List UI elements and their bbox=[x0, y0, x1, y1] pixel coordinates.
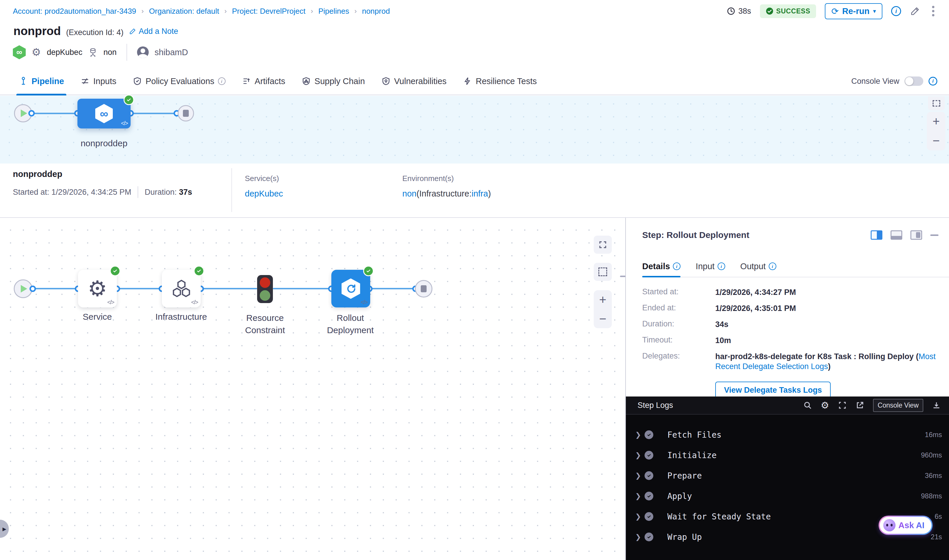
breadcrumb-organization[interactable]: Organization: default bbox=[149, 7, 219, 16]
step-node-label[interactable]: Rollout Deployment bbox=[312, 312, 388, 336]
step-node-label[interactable]: Service bbox=[59, 312, 135, 322]
log-row-apply[interactable]: ❯ Apply 988ms bbox=[626, 486, 949, 506]
more-options-icon[interactable] bbox=[929, 5, 937, 17]
minimize-panel-icon[interactable] bbox=[930, 234, 938, 236]
console-view-button[interactable]: Console View bbox=[873, 399, 923, 412]
zoom-out-button[interactable]: − bbox=[599, 313, 606, 325]
expand-chevron-icon[interactable]: ❯ bbox=[632, 492, 645, 500]
play-icon bbox=[21, 109, 27, 117]
left-panel-expander[interactable]: ▸ bbox=[0, 520, 9, 538]
tab-label: Vulnerabilities bbox=[394, 77, 446, 86]
zoom-in-button[interactable]: + bbox=[599, 294, 606, 306]
marquee-select-button[interactable] bbox=[594, 263, 612, 281]
marquee-icon bbox=[599, 268, 607, 276]
zoom-in-button[interactable]: + bbox=[933, 115, 940, 128]
inputs-icon bbox=[80, 77, 90, 86]
log-step-duration: 960ms bbox=[921, 451, 942, 459]
environment-name[interactable]: non bbox=[103, 48, 117, 57]
log-row-fetch-files[interactable]: ❯ Fetch Files 16ms bbox=[626, 425, 949, 445]
rerun-label: Re-run bbox=[843, 6, 870, 16]
details-info-icon[interactable]: i bbox=[673, 263, 681, 270]
tab-policy-evaluations[interactable]: Policy Evaluations i bbox=[133, 68, 225, 95]
download-icon[interactable] bbox=[932, 401, 941, 410]
stage-marquee-select-button[interactable] bbox=[928, 96, 945, 110]
tab-label: Input bbox=[696, 262, 714, 271]
log-step-duration: 36ms bbox=[925, 472, 942, 480]
code-icon: </> bbox=[107, 299, 114, 306]
step-success-badge bbox=[363, 266, 374, 276]
expand-chevron-icon[interactable]: ❯ bbox=[632, 533, 645, 541]
stage-summary-strip: nonproddep Started at: 1/29/2026, 4:34:2… bbox=[0, 163, 949, 218]
step-details-body: Started at: 1/29/2026, 4:34:27 PM Ended … bbox=[642, 287, 937, 399]
tab-details[interactable]: Details i bbox=[642, 256, 681, 277]
breadcrumb-account[interactable]: Account: prod2automation_har-3439 bbox=[13, 7, 136, 16]
tab-input[interactable]: Input i bbox=[696, 256, 725, 277]
service-link[interactable]: depKubec bbox=[245, 189, 283, 198]
tab-label: Inputs bbox=[93, 77, 116, 86]
console-view-info-icon[interactable]: i bbox=[929, 77, 937, 86]
fit-to-screen-button[interactable] bbox=[594, 235, 612, 254]
expand-chevron-icon[interactable]: ❯ bbox=[632, 431, 645, 439]
layout-bottom-icon[interactable] bbox=[890, 230, 902, 240]
breadcrumb-pipelines[interactable]: Pipelines bbox=[318, 7, 349, 16]
fullscreen-icon[interactable] bbox=[838, 401, 847, 410]
step-node-service[interactable]: ⚙ </> bbox=[78, 270, 117, 308]
edit-pencil-icon[interactable] bbox=[910, 6, 920, 16]
step-node-label[interactable]: Resource Constraint bbox=[227, 312, 303, 336]
output-info-icon[interactable]: i bbox=[769, 263, 776, 270]
services-label: Service(s) bbox=[245, 174, 283, 183]
ask-ai-button[interactable]: Ask AI bbox=[879, 515, 933, 535]
environment-link[interactable]: non bbox=[402, 189, 417, 198]
tab-label: Artifacts bbox=[255, 77, 285, 86]
breadcrumb-pipeline-name[interactable]: nonprod bbox=[362, 7, 390, 16]
log-step-duration: 21s bbox=[930, 533, 942, 541]
execution-id: (Execution Id: 4) bbox=[66, 28, 123, 37]
log-row-initialize[interactable]: ❯ Initialize 960ms bbox=[626, 445, 949, 465]
tab-resilience-tests[interactable]: Resilience Tests bbox=[463, 68, 537, 95]
step-success-icon bbox=[645, 451, 653, 460]
stage-end-node[interactable] bbox=[177, 105, 194, 122]
step-node-label[interactable]: Infrastructure bbox=[143, 312, 219, 322]
console-view-toggle[interactable] bbox=[904, 77, 923, 86]
step-node-infrastructure[interactable]: </> bbox=[162, 270, 201, 308]
step-node-rollout-deployment[interactable]: </> bbox=[331, 270, 370, 308]
infra-link[interactable]: infra bbox=[472, 189, 488, 198]
layout-floating-icon[interactable] bbox=[910, 230, 922, 240]
policy-info-icon[interactable]: i bbox=[218, 77, 225, 85]
tab-label: Details bbox=[642, 262, 670, 271]
tab-artifacts[interactable]: Artifacts bbox=[242, 68, 285, 95]
rollout-icon bbox=[341, 278, 360, 299]
expand-chevron-icon[interactable]: ❯ bbox=[632, 512, 645, 521]
stage-node-nonproddep[interactable]: ∞ </> bbox=[77, 99, 131, 128]
edge-connector bbox=[29, 286, 36, 292]
step-node-resource-constraint[interactable] bbox=[257, 275, 273, 303]
open-in-new-icon[interactable] bbox=[855, 401, 864, 410]
search-icon[interactable] bbox=[803, 401, 812, 410]
input-info-icon[interactable]: i bbox=[718, 263, 725, 270]
tab-supply-chain[interactable]: Supply Chain bbox=[301, 68, 365, 95]
breadcrumb-separator: › bbox=[224, 7, 227, 15]
execution-info-icon[interactable]: i bbox=[891, 6, 901, 16]
rerun-button[interactable]: ⟳ Re-run ▾ bbox=[825, 3, 883, 19]
stage-node-label[interactable]: nonproddep bbox=[60, 138, 148, 148]
execution-end-node[interactable] bbox=[415, 280, 432, 297]
tab-label: Pipeline bbox=[32, 77, 64, 86]
tab-pipeline[interactable]: Pipeline bbox=[19, 68, 64, 95]
detail-value: 1/29/2026, 4:35:01 PM bbox=[715, 303, 796, 313]
log-row-prepare[interactable]: ❯ Prepare 36ms bbox=[626, 465, 949, 486]
log-settings-icon[interactable]: ⚙ bbox=[821, 401, 829, 410]
code-icon: </> bbox=[191, 299, 198, 306]
add-note-link[interactable]: Add a Note bbox=[129, 27, 178, 36]
tab-vulnerabilities[interactable]: Vulnerabilities bbox=[381, 68, 446, 95]
breadcrumb-project[interactable]: Project: DevrelProject bbox=[232, 7, 306, 16]
service-name[interactable]: depKubec bbox=[47, 48, 82, 57]
execution-graph-canvas[interactable]: ⚙ </> Service </> Infrastructure Resourc… bbox=[0, 218, 625, 560]
expand-chevron-icon[interactable]: ❯ bbox=[632, 451, 645, 459]
tab-inputs[interactable]: Inputs bbox=[80, 68, 116, 95]
expand-chevron-icon[interactable]: ❯ bbox=[632, 472, 645, 480]
tab-output[interactable]: Output i bbox=[741, 256, 776, 277]
layout-split-right-icon[interactable] bbox=[871, 230, 883, 240]
stage-graph-canvas[interactable]: ∞ </> nonproddep + − bbox=[0, 96, 949, 163]
detail-row-ended: Ended at: 1/29/2026, 4:35:01 PM bbox=[642, 303, 937, 313]
zoom-out-button[interactable]: − bbox=[933, 135, 940, 147]
